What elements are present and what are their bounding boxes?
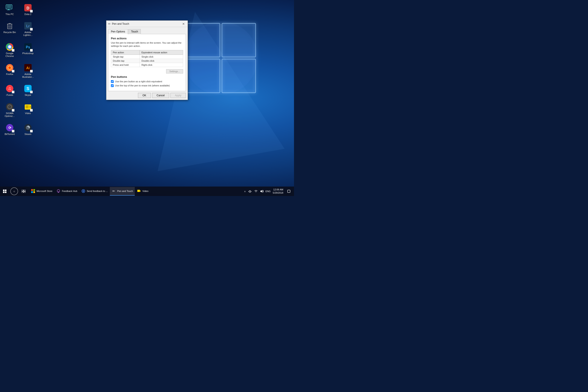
desktop-icon-recycle-bin[interactable]: Recycle Bin — [1, 20, 18, 38]
desktop-icon-this-pc[interactable]: This PC — [1, 2, 18, 17]
svg-rect-66 — [137, 190, 140, 192]
shortcut-arrow: ↗ — [30, 130, 33, 132]
svg-text:Ai: Ai — [26, 66, 30, 70]
pen-action-press-hold: Press and hold — [111, 63, 140, 67]
desktop-icon-itunes[interactable]: ♫ ↗ iTunes — [1, 83, 18, 98]
table-row[interactable]: Single-tap Single-click — [111, 54, 183, 59]
checkbox-pen-right-click-label[interactable]: Use the pen button as a right-click equi… — [115, 80, 162, 83]
desktop-icon-photoshop[interactable]: Ps ↗ Photoshop — [19, 41, 36, 59]
pen-action-double-tap: Double-tap — [111, 59, 140, 63]
volume-icon[interactable] — [260, 186, 264, 196]
firefox-icon: ↗ — [5, 64, 14, 72]
desktop-icon-firefox[interactable]: ↗ Firefox — [1, 62, 18, 80]
task-view-button[interactable] — [19, 186, 28, 196]
desktop-icon-skype[interactable]: S ↗ Skype — [19, 83, 36, 98]
desktop-icon-bittorrent[interactable]: ⟳ ↗ BitTorrent — [1, 122, 18, 137]
settings-button[interactable]: Settings... — [166, 69, 183, 74]
taskbar-app-feedback-hub[interactable]: Feedback Hub — [54, 187, 79, 196]
taskbar-app-video[interactable]: Video — [135, 187, 157, 196]
language-indicator[interactable]: ENG — [266, 190, 270, 192]
col-header-mouse-action: Equivalent mouse action — [140, 50, 183, 54]
table-row[interactable]: Double-tap Double-click — [111, 59, 183, 63]
svg-rect-59 — [33, 189, 35, 191]
bittorrent-label: BitTorrent — [4, 133, 14, 136]
cancel-button[interactable]: Cancel — [152, 93, 169, 98]
svg-point-32 — [8, 66, 11, 69]
desktop-icon-sigma[interactable]: ↗ SIGMA Optimiz... — [1, 101, 18, 119]
desktop-icon-dota2[interactable]: D ↗ Dota 2 — [19, 2, 36, 17]
video-taskbar-label: Video — [142, 190, 148, 192]
dialog-titlebar[interactable]: ✏ Pen and Touch ✕ — [106, 21, 188, 27]
send-feedback-icon — [81, 189, 86, 193]
svg-rect-12 — [7, 10, 10, 10]
start-button[interactable] — [0, 186, 10, 196]
svg-rect-5 — [186, 24, 220, 56]
tab-touch[interactable]: Touch — [128, 29, 141, 34]
itunes-icon: ♫ ↗ — [5, 84, 14, 93]
feedback-hub-icon — [56, 189, 60, 193]
svg-rect-53 — [5, 192, 6, 193]
network-icon[interactable] — [247, 186, 252, 196]
desktop-icon-chrome[interactable]: ↗ Google Chrome — [1, 41, 18, 59]
checkbox-pen-erase[interactable] — [111, 84, 114, 87]
desktop-icon-illustrator[interactable]: Ai ↗ Adobe Illustrator... — [19, 62, 36, 80]
pen-action-single-tap: Single-tap — [111, 54, 140, 59]
col-header-pen-action: Pen action — [111, 50, 140, 54]
svg-rect-57 — [24, 192, 26, 193]
illustrator-label: Adobe Illustrator... — [20, 73, 36, 78]
shortcut-arrow: ↗ — [12, 70, 14, 72]
desktop-icon-video[interactable]: ↗ Video — [19, 101, 36, 119]
svg-text:Lr: Lr — [26, 24, 30, 28]
ok-button[interactable]: OK — [138, 93, 151, 98]
checkbox-pen-right-click[interactable] — [111, 80, 114, 83]
svg-rect-11 — [8, 9, 10, 10]
svg-rect-54 — [22, 190, 24, 191]
table-row[interactable]: Press and hold Right-click — [111, 63, 183, 67]
dialog-footer: OK Cancel Apply — [106, 91, 188, 100]
desktop-icon-lightroom[interactable]: Lr ↗ Adobe Lightro... — [19, 20, 36, 38]
tray-overflow-button[interactable]: ∧ — [243, 190, 246, 192]
pen-touch-taskbar-icon: ✏ — [112, 189, 116, 193]
apply-button[interactable]: Apply — [170, 93, 186, 98]
svg-rect-44 — [26, 105, 28, 108]
taskbar-app-pen-touch[interactable]: ✏ Pen and Touch — [110, 187, 134, 196]
checkbox-pen-erase-label[interactable]: Use the top of the pen to erase ink (whe… — [115, 84, 170, 87]
microsoft-store-label: Microsoft Store — [36, 190, 52, 192]
pen-buttons-title: Pen buttons — [111, 75, 183, 78]
shortcut-arrow: ↗ — [12, 130, 14, 132]
desktop-icons: This PC D ↗ Dota 2 — [0, 0, 38, 139]
date-display: 5/29/2018 — [273, 191, 283, 194]
clock[interactable]: 12:06 AM 5/29/2018 — [272, 187, 284, 196]
shortcut-arrow: ↗ — [30, 49, 33, 52]
svg-rect-56 — [22, 192, 24, 193]
taskbar-apps: Microsoft Store Feedback Hub — [28, 187, 242, 196]
chrome-icon: ↗ — [5, 42, 14, 51]
svg-marker-67 — [140, 190, 141, 192]
steam-label: Steam — [24, 133, 32, 136]
taskbar-app-send-feedback[interactable]: Send feedback to ... — [80, 187, 110, 196]
skype-label: Skype — [25, 94, 32, 96]
recycle-bin-label: Recycle Bin — [4, 31, 16, 34]
shortcut-arrow: ↗ — [30, 109, 33, 112]
send-feedback-label: Send feedback to ... — [87, 190, 108, 192]
recycle-bin-icon — [5, 22, 14, 30]
shortcut-arrow: ↗ — [30, 91, 33, 93]
search-button[interactable]: ○ — [10, 188, 18, 195]
svg-text:⟳: ⟳ — [8, 126, 12, 130]
firefox-label: Firefox — [6, 73, 13, 76]
desktop-icon-steam[interactable]: ↗ Steam — [19, 122, 36, 137]
bittorrent-icon: ⟳ ↗ — [5, 123, 14, 132]
dialog-close-button[interactable]: ✕ — [181, 22, 186, 26]
itunes-label: iTunes — [6, 94, 13, 96]
shortcut-arrow: ↗ — [30, 10, 33, 12]
shortcut-arrow: ↗ — [12, 91, 14, 93]
video-taskbar-icon — [137, 189, 141, 193]
svg-rect-52 — [3, 192, 4, 193]
dota2-icon: D ↗ — [24, 4, 32, 12]
video-label: Video — [25, 112, 31, 115]
tab-pen-options[interactable]: Pen Options — [108, 29, 128, 34]
notification-center-button[interactable] — [286, 186, 292, 196]
wifi-icon[interactable] — [254, 186, 258, 196]
desktop: This PC D ↗ Dota 2 — [0, 0, 294, 196]
taskbar-app-microsoft-store[interactable]: Microsoft Store — [29, 187, 54, 196]
